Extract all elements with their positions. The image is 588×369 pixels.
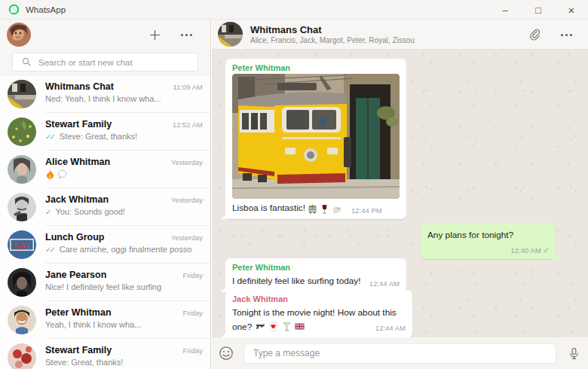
heart-card-emoji	[268, 321, 278, 331]
chat-preview: ✓You: Sounds good!	[45, 207, 203, 216]
delivered-ticks-icon: ✓✓	[45, 245, 54, 254]
chat-list: Whitmans Chat11:09 AM Ned: Yeah, I think…	[0, 75, 210, 369]
chat-header-info[interactable]: Whitmans Chat Alice, Francis, Jack, Marg…	[250, 24, 415, 44]
chat-row-whitmans-chat[interactable]: Whitmans Chat11:09 AM Ned: Yeah, I think…	[0, 75, 210, 113]
avatar-jack-whitman	[8, 193, 36, 221]
message-input[interactable]	[253, 348, 547, 358]
chat-name: Jane Pearson	[45, 270, 106, 280]
chat-row-jane-pearson[interactable]: Jane PearsonFriday Nice! I definitely fe…	[0, 264, 210, 301]
chat-row-main: Stewart FamilyFriday Steve: Great, thank…	[45, 339, 210, 369]
chat-name: Peter Whitman	[45, 307, 112, 318]
message-bubble-surfing[interactable]: Peter Whitman 12:44 AM I definitely feel…	[225, 258, 406, 292]
chat-row-stewart-family-2[interactable]: Stewart FamilyFriday Steve: Great, thank…	[0, 339, 210, 369]
message-time: 12:44 AM	[369, 279, 400, 288]
group-avatar[interactable]	[218, 22, 243, 47]
chat-title: Whitmans Chat	[250, 24, 415, 35]
chat-preview: Steve: Great, thanks!	[45, 358, 203, 367]
message-caption: Lisboa is fantastic! 12:44 PM	[232, 202, 400, 215]
chat-time: 12:52 AM	[173, 120, 203, 129]
chat-time: Yesterday	[171, 233, 203, 242]
chat-time: Yesterday	[171, 196, 203, 204]
chat-time: 11:09 AM	[173, 83, 203, 91]
chat-name: Stewart Family	[45, 345, 112, 355]
message-bubble-outgoing[interactable]: Any plans for tonight? 12:40 AM✓	[421, 223, 555, 259]
message-bubble-movie-night[interactable]: Jack Whitman Tonight is the movie night!…	[225, 290, 412, 338]
wine-emoji	[320, 203, 329, 213]
window-controls: – □ ×	[488, 0, 588, 20]
tram-emoji	[308, 203, 317, 213]
chat-row-alice-whitman[interactable]: Alice WhitmanYesterday	[0, 151, 210, 188]
whatsapp-window: WhatsApp – □ ×	[0, 0, 588, 369]
maximize-button[interactable]: □	[522, 0, 555, 20]
new-chat-button[interactable]	[141, 20, 168, 50]
avatar-jane-pearson	[8, 268, 36, 297]
avatar-alice-whitman	[8, 155, 36, 184]
sent-tick-icon: ✓	[45, 208, 49, 216]
app-title: WhatsApp	[26, 5, 66, 14]
speech-balloon-emoji	[57, 169, 67, 179]
chat-time: Yesterday	[171, 158, 203, 166]
fire-emoji	[45, 169, 55, 179]
close-button[interactable]: ×	[555, 0, 588, 20]
chat-members: Alice, Francis, Jack, Margot, Peter, Roy…	[250, 36, 415, 44]
dove-emoji	[332, 203, 341, 213]
sidebar-menu-button[interactable]	[173, 20, 200, 50]
search-icon	[22, 56, 31, 69]
chat-name: Whitmans Chat	[45, 81, 114, 92]
svg-text:EAT: EAT	[14, 241, 29, 250]
chat-header: Whitmans Chat Alice, Francis, Jack, Marg…	[212, 20, 588, 50]
message-text: Any plans for tonight?	[427, 230, 513, 240]
chat-row-lunch-group[interactable]: EAT Lunch GroupYesterday ✓✓Care amiche, …	[0, 226, 210, 264]
uk-flag-emoji	[295, 321, 305, 331]
chat-preview: ✓✓Care amiche, oggi finalmente posso	[45, 245, 203, 254]
sidebar-header	[0, 20, 210, 50]
chat-row-main: Alice WhitmanYesterday	[45, 151, 210, 188]
whatsapp-logo-icon	[8, 4, 20, 15]
chat-row-main: Lunch GroupYesterday ✓✓Care amiche, oggi…	[45, 226, 210, 264]
emoji-picker-button[interactable]	[212, 346, 240, 361]
message-time: 12:44 PM	[351, 206, 382, 215]
message-time: 12:44 AM	[375, 324, 406, 332]
chat-row-stewart-family[interactable]: Stewart Family12:52 AM ✓✓Steve: Great, t…	[0, 113, 210, 151]
avatar-lunch-group: EAT	[8, 230, 36, 259]
avatar-whitmans-chat	[8, 80, 36, 108]
smiley-icon	[219, 346, 234, 361]
chat-row-main: Jane PearsonFriday Nice! I definitely fe…	[45, 264, 210, 301]
chat-name: Lunch Group	[45, 232, 104, 242]
chat-row-main: Jack WhitmanYesterday ✓You: Sounds good!	[45, 188, 210, 226]
message-sender: Peter Whitman	[232, 263, 400, 272]
sent-tick-icon: ✓	[544, 246, 548, 255]
minimize-button[interactable]: –	[488, 0, 522, 20]
avatar-stewart-family	[8, 117, 36, 146]
chat-name: Alice Whitman	[45, 157, 110, 167]
microphone-icon	[568, 347, 580, 360]
read-ticks-icon: ✓✓	[45, 133, 54, 141]
ellipsis-horizontal-icon	[181, 34, 192, 36]
chat-row-main: Whitmans Chat11:09 AM Ned: Yeah, I think…	[45, 75, 210, 113]
message-time: 12:40 AM✓	[510, 246, 548, 255]
chat-time: Friday	[183, 309, 203, 317]
message-bubble-photo[interactable]: Peter Whitman	[225, 59, 406, 219]
chat-preview: Yeah, I think I know wha...	[45, 320, 203, 329]
chat-row-peter-whitman[interactable]: Peter WhitmanFriday Yeah, I think I know…	[0, 301, 210, 339]
message-text: I definitely feel like surfing today!	[232, 276, 361, 286]
search-input[interactable]	[38, 58, 174, 67]
sidebar: Whitmans Chat11:09 AM Ned: Yeah, I think…	[0, 20, 211, 369]
search-box[interactable]	[12, 53, 198, 72]
chat-time: Friday	[183, 271, 203, 279]
attach-button[interactable]	[520, 20, 549, 50]
chat-name: Stewart Family	[45, 119, 112, 130]
chat-panel: Whitmans Chat Alice, Francis, Jack, Marg…	[212, 20, 588, 369]
voice-message-button[interactable]	[559, 347, 588, 360]
my-profile-avatar[interactable]	[7, 23, 31, 47]
message-input-box[interactable]	[243, 343, 556, 364]
chat-preview: Ned: Yeah, I think I know wha...	[45, 94, 203, 103]
chat-row-jack-whitman[interactable]: Jack WhitmanYesterday ✓You: Sounds good!	[0, 188, 210, 226]
chat-name: Jack Whitman	[45, 194, 109, 205]
chat-time: Friday	[183, 346, 203, 355]
title-bar: WhatsApp – □ ×	[0, 0, 588, 20]
message-photo-tram[interactable]	[232, 74, 400, 199]
composer-bar	[212, 337, 588, 369]
chat-menu-button[interactable]	[552, 20, 580, 50]
avatar-peter-whitman	[8, 306, 36, 334]
